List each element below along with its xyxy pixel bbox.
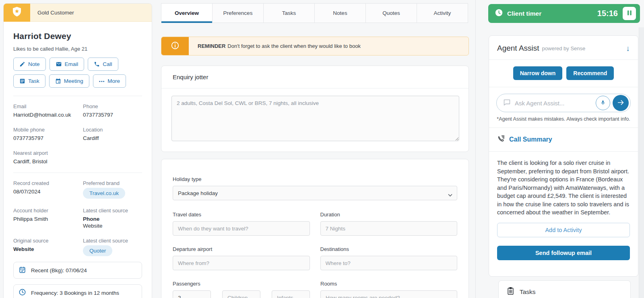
collapse-arrow-icon[interactable]: ↓ <box>626 45 630 52</box>
children-input[interactable] <box>222 290 260 298</box>
phone-label: Phone <box>83 103 142 109</box>
rooms-label: Rooms <box>320 281 457 287</box>
passengers-label: Passengers <box>173 281 310 287</box>
arrow-right-icon <box>617 100 624 107</box>
preferred-brand-field: Preferred brand Travel.co.uk <box>83 180 142 199</box>
original-source-field: Original source Website <box>13 238 83 256</box>
clock-icon <box>19 288 26 297</box>
call-summary-text: The client is looking for a solo river c… <box>497 159 630 217</box>
holiday-form-card: Holiday type Package holiday Travel date… <box>161 159 469 298</box>
record-created-label: Record created <box>13 180 83 186</box>
adults-input[interactable] <box>173 290 211 298</box>
airport-label: Nearest airport <box>13 150 83 156</box>
call-log-icon <box>497 135 505 144</box>
add-to-activity-button[interactable]: Add to Activity <box>497 223 630 237</box>
pause-timer-button[interactable] <box>623 7 636 20</box>
latest-client-source-field: Latest client source Phone Website <box>83 208 142 229</box>
tasks-title: Tasks <box>520 288 536 296</box>
location-value: Cardiff <box>83 135 142 141</box>
departure-airport-input[interactable] <box>173 256 310 270</box>
tab-overview[interactable]: Overview <box>161 3 213 23</box>
latest-client-source-primary: Phone <box>83 216 142 222</box>
tasks-header[interactable]: Tasks <box>499 281 630 298</box>
ask-agent-assist-input[interactable] <box>515 100 596 107</box>
send-question-button[interactable] <box>613 95 629 111</box>
customer-tier-banner: Gold Customer <box>4 4 152 22</box>
travel-dates-label: Travel dates <box>173 212 310 218</box>
client-timer-value: 15:16 <box>597 9 618 18</box>
account-holder-field: Account holder Philippa Smith <box>13 208 83 229</box>
tasks-card: Tasks <box>498 280 631 298</box>
agent-assist-disclaimer: *Agent Assist makes mistakes. Always che… <box>496 116 631 122</box>
recommend-button[interactable]: Recommend <box>566 66 614 80</box>
send-followup-email-button[interactable]: Send followup email <box>497 246 630 260</box>
email-field: Email HarriotD@hotmail.co.uk <box>13 103 83 118</box>
client-timer-label: Client timer <box>507 10 541 17</box>
original-source-label: Original source <box>13 238 83 244</box>
agent-assist-subtitle: powered by Sense <box>542 45 586 51</box>
enquiry-jotter-textarea[interactable]: 2 adults, Costa Del Sol, CWL or BRS, 7 n… <box>171 96 459 141</box>
clipboard-icon <box>507 287 514 297</box>
ellipsis-icon: ••• <box>99 79 105 84</box>
meeting-button-label: Meeting <box>64 78 83 84</box>
latest-client-source-secondary: Website <box>83 223 142 229</box>
frequency-chip[interactable]: Frequency: 3 Bookings in 12 months <box>13 284 142 298</box>
reminder-title: REMINDER <box>198 43 225 49</box>
chat-bubble-icon <box>503 99 511 107</box>
more-button-label: More <box>107 78 120 84</box>
divider <box>13 96 142 96</box>
airport-value: Cardiff, Bristol <box>13 158 83 164</box>
location-label: Location <box>83 127 142 133</box>
location-field: Location Cardiff <box>83 127 142 141</box>
latest-client-source2-field: Latest client source Quoter <box>83 238 142 256</box>
timer-clock-icon <box>495 8 503 18</box>
original-source-value: Website <box>13 246 83 252</box>
quoter-pill: Quoter <box>83 245 112 256</box>
email-button[interactable]: Email <box>50 58 85 71</box>
mobile-field: Mobile phone 0737735797 <box>13 127 83 141</box>
panel-divider <box>475 0 476 298</box>
duration-input[interactable] <box>320 221 458 236</box>
travel-dates-input[interactable] <box>173 221 310 236</box>
meeting-button[interactable]: Meeting <box>49 74 89 88</box>
more-button[interactable]: ••• More <box>93 74 126 88</box>
microphone-button[interactable] <box>596 96 610 110</box>
mobile-label: Mobile phone <box>13 127 83 133</box>
destinations-input[interactable] <box>320 256 458 270</box>
tab-activity[interactable]: Activity <box>417 3 468 23</box>
pause-icon <box>627 10 632 17</box>
task-button[interactable]: Task <box>13 74 45 88</box>
infants-input[interactable] <box>272 290 310 298</box>
sidebar-scrollbar[interactable] <box>639 27 644 298</box>
destinations-label: Destinations <box>320 246 458 252</box>
airport-field: Nearest airport Cardiff, Bristol <box>13 150 83 164</box>
phone-field: Phone 0737735797 <box>83 103 142 118</box>
agent-assist-card: Agent Assist powered by Sense ↓ Narrow d… <box>489 35 638 277</box>
tab-tasks[interactable]: Tasks <box>264 3 315 23</box>
call-summary-header[interactable]: Call Summary <box>489 128 638 152</box>
rooms-input[interactable] <box>320 290 457 298</box>
recent-booking-chip[interactable]: Recent (Bkg): 07/06/24 <box>13 262 142 279</box>
calendar-check-icon <box>19 266 26 275</box>
email-value: HarriotD@hotmail.co.uk <box>13 112 83 118</box>
holiday-type-select[interactable]: Package holiday <box>173 186 457 200</box>
latest-client-source-label: Latest client source <box>83 208 142 214</box>
call-button[interactable]: Call <box>88 58 118 71</box>
frequency-text: Frequency: 3 Bookings in 12 months <box>31 290 119 296</box>
divider <box>13 173 142 173</box>
tab-preferences[interactable]: Preferences <box>213 3 264 23</box>
tab-notes[interactable]: Notes <box>315 3 366 23</box>
reminder-message: Don't forget to ask the client when they… <box>227 43 361 49</box>
narrow-down-button[interactable]: Narrow down <box>513 66 563 80</box>
record-created-field: Record created 08/07/2024 <box>13 180 83 199</box>
agent-assist-title: Agent Assist <box>497 44 539 53</box>
call-summary-title: Call Summary <box>509 136 552 143</box>
enquiry-jotter-title: Enquiry jotter <box>161 66 469 88</box>
customer-tier-label: Gold Customer <box>37 10 74 16</box>
duration-label: Duration <box>320 212 458 218</box>
preferred-brand-pill: Travel.co.uk <box>83 188 125 199</box>
note-button[interactable]: Note <box>13 58 46 71</box>
task-button-label: Task <box>28 78 39 84</box>
tab-quotes[interactable]: Quotes <box>366 3 417 23</box>
preferred-brand-label: Preferred brand <box>83 180 142 186</box>
